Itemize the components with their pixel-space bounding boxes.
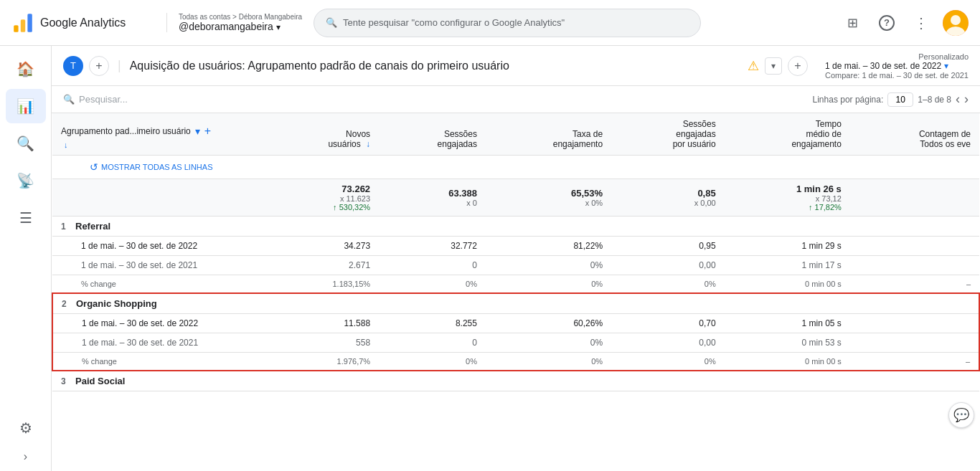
breadcrumb: Todas as contas > Débora Mangabeira: [179, 13, 302, 21]
table-row: 1 de mai. – 30 de set. de 2021 2.671 0 0…: [52, 256, 979, 275]
totals-sessoes: 63.388 x 0: [379, 179, 486, 217]
novos-cell: 1.976,7%: [268, 353, 379, 371]
col-header-sessoes-engajadas[interactable]: Sessõesengajadas: [379, 113, 486, 156]
show-all-rows-row: ↺ MOSTRAR TODAS AS LINHAS: [52, 156, 979, 179]
next-page-button[interactable]: ›: [964, 92, 969, 107]
svg-rect-2: [27, 14, 32, 32]
data-table: Agrupamento pad...imeiro usuário ▾ + ↓ N…: [52, 113, 980, 391]
home-icon: 🏠: [17, 60, 34, 77]
apps-button[interactable]: ⊞: [839, 10, 865, 36]
totals-tempo: 1 min 26 s x 73,12 ↑ 17,82%: [725, 179, 850, 217]
explore-icon: 🔍: [17, 135, 34, 152]
contagem-cell: –: [850, 353, 979, 371]
col-header-sessoes-por-usuario[interactable]: Sessõesengajadaspor usuário: [611, 113, 725, 156]
totals-taxa: 65,53% x 0%: [486, 179, 611, 217]
search-placeholder: Pesquisar...: [79, 94, 128, 105]
date-range-selector[interactable]: Personalizado 1 de mai. – 30 de set. de …: [825, 52, 969, 80]
sess-usuario-cell: 0,00: [611, 333, 725, 353]
contagem-cell: [850, 314, 979, 333]
more-icon: ⋮: [914, 14, 928, 32]
sess-usuario-cell: 0,70: [611, 314, 725, 333]
main-content: T + | Aquisição de usuários: Agrupamento…: [52, 46, 980, 471]
avatar-icon: [943, 10, 969, 36]
lines-per-page-input[interactable]: [887, 92, 913, 107]
table-row: 2 Organic Shopping: [52, 293, 979, 314]
tempo-cell: 0 min 53 s: [725, 333, 850, 353]
show-all-rows-button[interactable]: ↺ MOSTRAR TODAS AS LINHAS: [61, 158, 971, 176]
search-icon: 🔍: [326, 17, 337, 28]
feedback-button[interactable]: 💬: [948, 402, 974, 428]
sessoes-cell: 0: [379, 333, 486, 353]
contagem-cell: [850, 256, 979, 275]
sidebar-item-home[interactable]: 🏠: [6, 52, 46, 86]
sess-usuario-cell: 0%: [611, 275, 725, 294]
date-dropdown-icon: ▾: [944, 61, 948, 71]
table-area: 🔍 Pesquisar... Linhas por página: 1–8 de…: [52, 86, 980, 471]
prev-page-button[interactable]: ‹: [956, 92, 960, 107]
table-row: 3 Paid Social: [52, 371, 979, 391]
tab-indicator: T: [63, 56, 83, 76]
tempo-cell: 1 min 29 s: [725, 237, 850, 256]
sort-down-icon: ↓: [64, 141, 68, 149]
date-range-type-label: Personalizado: [825, 52, 969, 61]
account-selector[interactable]: @deboramangabeira: [179, 21, 302, 32]
taxa-cell: 81,22%: [486, 237, 611, 256]
dim-cell: 1 de mai. – 30 de set. de 2022: [52, 314, 268, 333]
table-row: % change 1.976,7% 0% 0% 0% 0 min 00 s –: [52, 353, 979, 371]
add-comparison-button[interactable]: +: [788, 56, 808, 76]
totals-novos: 73.262 x 11.623 ↑ 530,32%: [268, 179, 379, 217]
expand-icon: ›: [24, 450, 27, 463]
table-search[interactable]: 🔍 Pesquisar...: [63, 94, 807, 105]
lines-per-page-label: Linhas por página:: [813, 95, 884, 105]
sidebar-item-configure[interactable]: ☰: [6, 201, 46, 235]
app-name: Google Analytics: [40, 16, 126, 29]
ga-logo-icon: [11, 11, 34, 34]
account-dropdown-icon: [276, 21, 281, 32]
dim-cell: 1 de mai. – 30 de set. de 2022: [52, 237, 268, 256]
sidebar-expand-button[interactable]: ›: [17, 448, 34, 465]
top-nav: Google Analytics Todas as contas > Débor…: [0, 0, 980, 46]
col-header-taxa-engajamento[interactable]: Taxa deengajamento: [486, 113, 611, 156]
dim-col-header[interactable]: Agrupamento pad...imeiro usuário ▾ + ↓: [52, 113, 268, 156]
sessoes-cell: 0: [379, 256, 486, 275]
taxa-cell: 60,26%: [486, 314, 611, 333]
col-header-novos-usuarios[interactable]: Novosusuários ↓: [268, 113, 379, 156]
help-button[interactable]: ?: [874, 10, 900, 36]
dim-dropdown-button[interactable]: ▾: [195, 125, 200, 137]
sidebar-item-reports[interactable]: 📊: [6, 89, 46, 123]
tempo-cell: 0 min 00 s: [725, 353, 850, 371]
totals-row: 73.262 x 11.623 ↑ 530,32% 63.388 x 0 65,…: [52, 179, 979, 217]
divider: |: [118, 58, 121, 73]
col-header-contagem[interactable]: Contagem deTodos os eve: [850, 113, 979, 156]
sess-usuario-cell: 0%: [611, 353, 725, 371]
pagination-label: 1–8 de 8: [918, 95, 951, 105]
global-search-bar[interactable]: 🔍 Tente pesquisar "como configurar o Goo…: [314, 9, 701, 37]
totals-label-cell: [52, 179, 268, 217]
sessoes-cell: 32.772: [379, 237, 486, 256]
app-body: 🏠 📊 🔍 📡 ☰ ⚙ › T + | Aquisiç: [0, 46, 980, 471]
date-range-main[interactable]: 1 de mai. – 30 de set. de 2022 ▾: [825, 61, 969, 71]
sidebar-item-settings[interactable]: ⚙: [6, 411, 46, 445]
chart-dropdown-button[interactable]: ▾: [765, 57, 782, 75]
totals-contagem: [850, 179, 979, 217]
sidebar-item-explore[interactable]: 🔍: [6, 126, 46, 161]
help-icon: ?: [879, 15, 895, 31]
novos-cell: 1.183,15%: [268, 275, 379, 294]
page-header: T + | Aquisição de usuários: Agrupamento…: [52, 46, 980, 86]
advertising-icon: 📡: [17, 172, 34, 189]
sidebar-item-advertising[interactable]: 📡: [6, 163, 46, 198]
table-row: 1 Referral: [52, 217, 979, 237]
col-header-tempo-medio[interactable]: Tempomédio deengajamento: [725, 113, 850, 156]
logo-area: Google Analytics: [11, 11, 155, 34]
novos-cell: 2.671: [268, 256, 379, 275]
more-button[interactable]: ⋮: [908, 10, 934, 36]
user-avatar[interactable]: [943, 10, 969, 36]
svg-rect-1: [21, 19, 25, 32]
dim-add-button[interactable]: +: [204, 125, 211, 138]
add-tab-button[interactable]: +: [89, 56, 109, 76]
category-cell: 1 Referral: [52, 217, 268, 237]
tempo-cell: 1 min 17 s: [725, 256, 850, 275]
sidebar-bottom: ⚙ ›: [6, 411, 46, 471]
date-compare-label: Compare: 1 de mai. – 30 de set. de 2021: [825, 71, 969, 80]
feedback-icon: 💬: [953, 407, 969, 423]
